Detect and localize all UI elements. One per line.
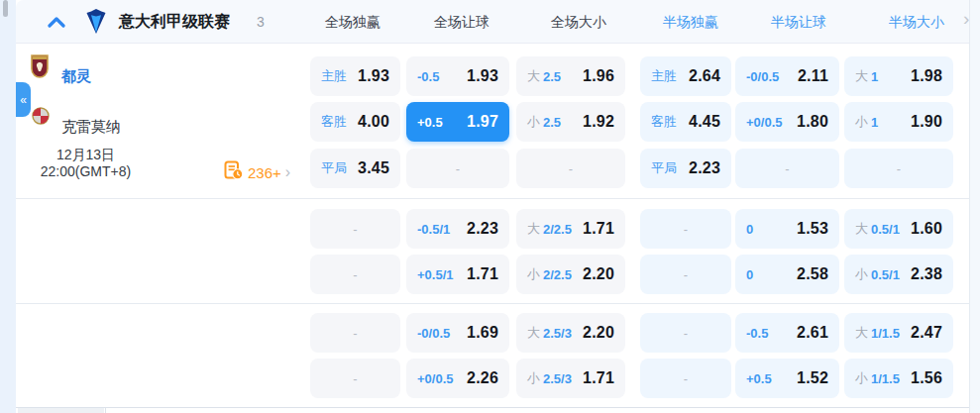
odds-line: -0.5/1	[417, 222, 450, 237]
odds-cell[interactable]: 02.58	[735, 255, 839, 294]
odds-cell[interactable]: -	[735, 149, 839, 188]
column-header-ht-handicap[interactable]: 半场让球	[771, 14, 826, 32]
odds-line: 0.5/1	[871, 267, 900, 282]
odds-cell[interactable]: -	[640, 359, 731, 398]
home-team-crest	[31, 54, 49, 82]
odds-selection: 大2.5	[527, 67, 561, 85]
odds-cell[interactable]: +0/0.51.80	[735, 102, 839, 142]
more-markets-count: 236+	[248, 164, 281, 181]
odds-prefix: 大	[855, 220, 868, 238]
odds-cell[interactable]: 客胜4.45	[640, 102, 731, 142]
odds-cell[interactable]: 大11.98	[844, 56, 953, 96]
odds-selection: 小2.5	[527, 113, 561, 131]
column-header-ht-moneyline[interactable]: 半场独赢	[663, 14, 718, 32]
odds-cell[interactable]: 大2.5/32.20	[516, 313, 625, 353]
odds-cell[interactable]: 小2.51.92	[516, 102, 625, 142]
empty-dash: -	[684, 371, 688, 386]
odds-cell[interactable]: -0/0.51.69	[406, 313, 509, 353]
odds-cell[interactable]: -	[310, 209, 400, 249]
odds-cell[interactable]: 小1/1.51.56	[844, 359, 953, 398]
right-scroll-strip[interactable]	[969, 0, 980, 413]
odds-line: 1	[871, 69, 878, 84]
odds-cell[interactable]: -0.5/12.23	[406, 209, 509, 249]
odds-line: 1	[871, 115, 878, 130]
odds-cell[interactable]: 小0.5/12.38	[844, 255, 953, 294]
odds-prefix: 小	[855, 265, 868, 283]
match-date: 12月13日	[19, 147, 153, 163]
empty-dash: -	[569, 161, 573, 176]
odds-cell[interactable]: 大2.51.96	[516, 56, 625, 96]
odds-value: 2.38	[911, 265, 942, 283]
odds-cell[interactable]: 小11.90	[844, 102, 953, 142]
odds-cell[interactable]: -	[640, 313, 731, 353]
odds-cell[interactable]: 平局3.45	[310, 149, 400, 188]
odds-cell[interactable]: -	[310, 359, 400, 398]
odds-cell[interactable]: 大0.5/11.60	[844, 209, 953, 249]
odds-selection: 小2/2.5	[527, 265, 572, 283]
odds-panel: 意大利甲级联赛 3 全场独赢 全场让球 全场大小 半场独赢 半场让球 半场大小 …	[0, 0, 980, 413]
odds-cell[interactable]: -	[640, 255, 731, 294]
empty-dash: -	[785, 161, 789, 176]
collapse-league-chevron-up-icon[interactable]	[48, 15, 65, 33]
odds-cell[interactable]: -	[310, 313, 400, 353]
odds-line: -0.5	[417, 69, 439, 84]
odds-cell[interactable]: 平局2.23	[640, 149, 731, 188]
odds-cell[interactable]: -	[310, 255, 400, 294]
odds-value: 1.90	[911, 113, 942, 131]
odds-cell[interactable]: +0/0.52.26	[406, 359, 509, 398]
scrollbar-thumb[interactable]	[3, 0, 8, 17]
odds-line: +0.5	[417, 115, 443, 130]
odds-cell[interactable]: -	[640, 209, 731, 249]
odds-cell[interactable]: 01.53	[735, 209, 839, 249]
odds-line: 1/1.5	[871, 371, 900, 386]
odds-value: 2.23	[467, 220, 498, 238]
odds-value: 2.61	[797, 324, 828, 342]
odds-value: 2.26	[467, 369, 498, 387]
home-team-name[interactable]: 都灵	[61, 67, 91, 86]
section-divider	[16, 407, 980, 408]
odds-cell[interactable]: -	[844, 149, 953, 188]
odds-cell[interactable]: +0.51.97	[406, 102, 509, 142]
column-header-ht-overunder[interactable]: 半场大小	[889, 14, 944, 32]
odds-selection: 大0.5/1	[855, 220, 900, 238]
odds-cell[interactable]: 客胜4.00	[310, 102, 400, 142]
odds-value: 1.56	[911, 369, 942, 387]
odds-cell[interactable]: 大2/2.51.71	[516, 209, 625, 249]
odds-cell[interactable]: -0.51.93	[406, 56, 509, 96]
odds-cell[interactable]: 小2.5/31.71	[516, 359, 625, 398]
odds-cell[interactable]: 主胜1.93	[310, 56, 400, 96]
odds-cell[interactable]: -0.52.61	[735, 313, 839, 353]
group-divider	[16, 198, 969, 199]
odds-line: -0/0.5	[746, 69, 779, 84]
odds-cell[interactable]: +0.51.52	[735, 359, 839, 398]
odds-prefix: 大	[527, 220, 540, 238]
odds-cell[interactable]: -	[406, 149, 509, 188]
empty-dash: -	[684, 222, 688, 237]
odds-prefix: 大	[527, 67, 540, 85]
odds-prefix: 大	[855, 67, 868, 85]
odds-selection: -0.5/1	[417, 222, 450, 237]
odds-line: 2.5/3	[543, 371, 572, 386]
more-markets-button[interactable]: 236+ ›	[224, 160, 290, 184]
odds-cell[interactable]: +0.5/11.71	[406, 255, 509, 294]
odds-selection: -0.5	[746, 326, 768, 341]
odds-value: 2.64	[689, 67, 720, 85]
odds-cell[interactable]: 主胜2.64	[640, 56, 731, 96]
collapse-sidebar-button[interactable]: «	[16, 82, 31, 117]
odds-selection: 大1/1.5	[855, 324, 900, 342]
odds-value: 1.53	[797, 220, 828, 238]
odds-value: 1.93	[467, 67, 498, 85]
odds-cell[interactable]: 大1/1.52.47	[844, 313, 953, 353]
odds-cell[interactable]: -	[516, 149, 625, 188]
league-title[interactable]: 意大利甲级联赛	[119, 12, 230, 33]
odds-value: 1.69	[467, 324, 498, 342]
odds-selection: +0/0.5	[417, 371, 454, 386]
odds-line: -0.5	[746, 326, 768, 341]
odds-selection: 小2.5/3	[527, 369, 572, 387]
odds-cell[interactable]: -0/0.52.11	[735, 56, 839, 96]
odds-selection: 大2/2.5	[527, 220, 572, 238]
odds-prefix: 小	[855, 113, 868, 131]
odds-cell[interactable]: 小2/2.52.20	[516, 255, 625, 294]
away-team-name[interactable]: 克雷莫纳	[61, 118, 121, 137]
odds-value: 1.80	[797, 113, 828, 131]
